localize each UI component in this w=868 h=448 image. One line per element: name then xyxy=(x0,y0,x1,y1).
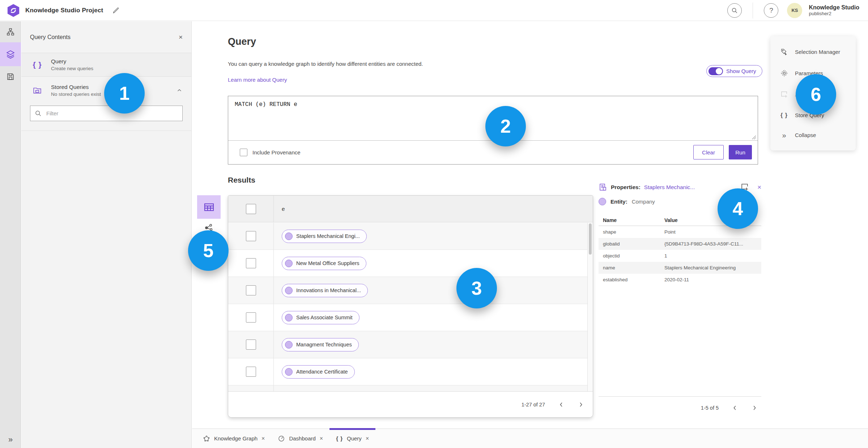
clear-button[interactable]: Clear xyxy=(693,145,724,159)
stored-queries-folder-icon xyxy=(33,86,42,95)
tab-dashboard[interactable]: Dashboard × xyxy=(271,429,329,448)
properties-doc-icon xyxy=(599,183,607,192)
close-tab-icon[interactable]: × xyxy=(261,435,265,442)
page-title: Query xyxy=(228,36,256,47)
rail-contents-button[interactable] xyxy=(0,42,21,66)
bottom-tab-bar: Knowledge Graph × Dashboard × { } Query … xyxy=(192,428,868,448)
tab-query[interactable]: { } Query × xyxy=(329,429,375,448)
toggle-knob xyxy=(716,68,722,74)
account-name: Knowledge Studio xyxy=(809,4,859,11)
show-query-label: Show Query xyxy=(726,68,756,74)
account-info[interactable]: Knowledge Studio publisher2 xyxy=(809,4,863,17)
filter-search-icon xyxy=(34,110,42,117)
table-row: New Metal Office Suppliers xyxy=(228,250,587,277)
layers-icon xyxy=(6,50,15,59)
collapse-icon: » xyxy=(782,132,786,139)
entity-icon xyxy=(285,368,293,376)
collapse-button[interactable]: » Collapse xyxy=(770,132,856,139)
entity-pill[interactable]: Sales Associate Summit xyxy=(282,311,359,324)
table-view-button[interactable] xyxy=(197,195,221,219)
callout-5: 5 xyxy=(188,230,229,271)
property-row: name Staplers Mechanical Engineering xyxy=(599,262,761,274)
run-button[interactable]: Run xyxy=(729,145,752,159)
include-provenance-checkbox[interactable] xyxy=(240,149,247,156)
toggle-track xyxy=(709,67,723,75)
property-row: established 2020-02-11 xyxy=(599,274,761,286)
entity-pill[interactable]: Staplers Mechanical Engi... xyxy=(282,230,367,243)
callout-2: 2 xyxy=(485,106,526,146)
results-table: e Staplers Mechanical Engi... New Metal … xyxy=(228,195,593,418)
tab-label: Query xyxy=(347,435,362,441)
project-title: Knowledge Studio Project xyxy=(25,7,103,14)
results-prev-page-button[interactable] xyxy=(558,401,565,408)
selection-manager-label: Selection Manager xyxy=(795,49,840,55)
entity-pill[interactable]: Managment Techniques xyxy=(282,338,359,351)
results-next-page-button[interactable] xyxy=(578,401,584,408)
top-bar-right: ? KS Knowledge Studio publisher2 xyxy=(727,3,863,18)
properties-next-page-button[interactable] xyxy=(751,405,758,411)
properties-entity-link[interactable]: Staplers Mechanic... xyxy=(644,184,695,191)
property-row: globalid {5D9B4713-F98D-4A53-A59F-C11... xyxy=(599,238,761,250)
entity-icon xyxy=(599,198,606,205)
rail-save-button[interactable] xyxy=(0,66,21,87)
results-table-body: Staplers Mechanical Engi... New Metal Of… xyxy=(228,223,587,392)
collapse-section-button[interactable] xyxy=(176,87,183,94)
resize-grip[interactable] xyxy=(751,135,756,140)
tab-label: Knowledge Graph xyxy=(214,435,258,441)
row-checkbox[interactable] xyxy=(246,312,256,323)
search-button[interactable] xyxy=(727,3,742,18)
row-checkbox[interactable] xyxy=(246,231,256,241)
braces-icon: { } xyxy=(780,112,788,119)
selection-manager-button[interactable]: Selection Manager xyxy=(770,48,856,56)
show-query-toggle[interactable]: Show Query xyxy=(706,65,762,77)
left-rail: » xyxy=(0,21,21,448)
property-row: objectid 1 xyxy=(599,250,761,262)
chevron-left-icon xyxy=(732,405,738,411)
collapse-label: Collapse xyxy=(795,132,816,138)
row-checkbox[interactable] xyxy=(246,285,256,295)
app-logo-icon xyxy=(7,4,20,17)
edit-title-icon[interactable] xyxy=(112,7,120,14)
query-item-title: Query xyxy=(51,58,93,65)
row-checkbox[interactable] xyxy=(246,367,256,377)
entity-pill[interactable]: Innovations in Mechanical... xyxy=(282,284,368,297)
callout-number: 4 xyxy=(733,198,743,219)
expand-rail-button[interactable]: » xyxy=(0,435,21,444)
callout-6: 6 xyxy=(796,74,836,115)
braces-icon: { } xyxy=(336,435,343,441)
row-checkbox[interactable] xyxy=(246,340,256,350)
tab-label: Dashboard xyxy=(289,435,315,441)
chevron-up-icon xyxy=(176,87,183,94)
close-tab-icon[interactable]: × xyxy=(366,435,369,442)
query-controls: Include Provenance Clear Run xyxy=(228,140,758,164)
entity-icon xyxy=(285,287,293,294)
results-scrollbar[interactable] xyxy=(587,223,593,392)
rail-data-model-button[interactable] xyxy=(0,21,21,42)
help-button[interactable]: ? xyxy=(764,3,778,18)
braces-icon: { } xyxy=(33,60,42,69)
avatar[interactable]: KS xyxy=(787,3,802,18)
stored-queries-subtitle: No stored queries exist xyxy=(51,91,101,97)
entity-pill[interactable]: New Metal Office Suppliers xyxy=(282,257,366,270)
panel-close-icon[interactable]: × xyxy=(179,33,183,41)
close-tab-icon[interactable]: × xyxy=(320,435,323,442)
filter-input[interactable] xyxy=(30,106,183,121)
sidebar-item-query[interactable]: { } Query Create new queries xyxy=(21,53,191,77)
properties-prev-page-button[interactable] xyxy=(732,405,738,411)
table-row: Sales Associate Summit xyxy=(228,304,587,331)
column-header-e: e xyxy=(273,196,593,222)
expand-icon: » xyxy=(8,435,13,444)
account-user: publisher2 xyxy=(809,11,859,17)
callout-3: 3 xyxy=(456,268,497,308)
entity-pill[interactable]: Attendance Certificate xyxy=(282,365,355,379)
tab-knowledge-graph[interactable]: Knowledge Graph × xyxy=(196,429,271,448)
callout-4: 4 xyxy=(718,188,758,229)
row-checkbox[interactable] xyxy=(246,258,256,268)
scrollbar-thumb[interactable] xyxy=(589,223,592,255)
chevron-right-icon xyxy=(578,401,584,408)
entity-value: Company xyxy=(632,199,655,205)
callout-number: 1 xyxy=(119,82,130,104)
select-all-checkbox[interactable] xyxy=(246,204,256,214)
properties-close-icon[interactable]: × xyxy=(757,183,761,191)
learn-more-link[interactable]: Learn more about Query xyxy=(228,77,287,83)
